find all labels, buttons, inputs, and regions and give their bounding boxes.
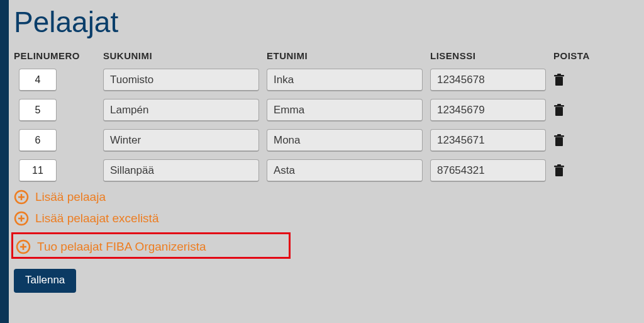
import-fiba-highlight: Tuo pelaajat FIBA Organizerista: [11, 232, 291, 259]
svg-rect-3: [555, 107, 563, 116]
col-header-number: PELINUMERO: [14, 50, 96, 61]
trash-icon: [553, 164, 565, 177]
page-title: Pelaajat: [14, 5, 644, 39]
save-button[interactable]: Tallenna: [14, 269, 76, 293]
plus-circle-icon: [14, 190, 29, 205]
svg-rect-2: [557, 74, 561, 76]
svg-rect-8: [557, 134, 561, 136]
import-fiba-link[interactable]: Tuo pelaajat FIBA Organizerista: [16, 239, 206, 254]
plus-circle-icon: [14, 211, 29, 226]
svg-rect-9: [555, 167, 563, 176]
col-header-license: LISENSSI: [430, 50, 546, 61]
trash-icon: [553, 104, 565, 116]
table-row: [14, 99, 619, 122]
trash-icon: [553, 134, 565, 147]
delete-player-button[interactable]: [553, 101, 565, 116]
svg-rect-6: [555, 137, 563, 146]
player-license-input[interactable]: [430, 99, 546, 122]
player-lastname-input[interactable]: [103, 69, 259, 91]
add-from-excel-label: Lisää pelaajat excelistä: [35, 212, 158, 225]
table-row: [14, 129, 619, 152]
svg-rect-5: [557, 104, 561, 106]
player-number-input[interactable]: [19, 99, 57, 122]
player-license-input[interactable]: [430, 159, 546, 182]
player-lastname-input[interactable]: [103, 159, 259, 182]
player-number-input[interactable]: [19, 159, 57, 182]
delete-player-button[interactable]: [553, 71, 565, 86]
player-firstname-input[interactable]: [267, 129, 423, 152]
player-license-input[interactable]: [430, 129, 546, 152]
player-firstname-input[interactable]: [267, 99, 423, 122]
player-firstname-input[interactable]: [267, 69, 423, 91]
plus-circle-icon: [16, 239, 31, 254]
trash-icon: [553, 74, 565, 86]
player-lastname-input[interactable]: [103, 99, 259, 122]
add-from-excel-link[interactable]: Lisää pelaajat excelistä: [14, 211, 158, 226]
col-header-delete: POISTA: [553, 50, 597, 61]
svg-rect-0: [555, 77, 563, 86]
import-fiba-label: Tuo pelaajat FIBA Organizerista: [37, 240, 206, 254]
add-player-label: Lisää pelaaja: [35, 190, 106, 204]
sidebar-strip: [0, 0, 9, 323]
col-header-lastname: SUKUNIMI: [103, 50, 259, 61]
add-player-link[interactable]: Lisää pelaaja: [14, 190, 106, 205]
svg-rect-11: [557, 164, 561, 166]
table-row: [14, 159, 619, 182]
player-number-input[interactable]: [19, 69, 57, 91]
player-firstname-input[interactable]: [267, 159, 423, 182]
players-table: PELINUMERO SUKUNIMI ETUNIMI LISENSSI POI…: [14, 50, 644, 182]
player-lastname-input[interactable]: [103, 129, 259, 152]
col-header-firstname: ETUNIMI: [267, 50, 423, 61]
delete-player-button[interactable]: [553, 132, 565, 147]
table-row: [14, 69, 619, 91]
player-number-input[interactable]: [19, 129, 57, 152]
delete-player-button[interactable]: [553, 162, 565, 177]
table-header-row: PELINUMERO SUKUNIMI ETUNIMI LISENSSI POI…: [14, 50, 619, 61]
player-license-input[interactable]: [430, 69, 546, 91]
